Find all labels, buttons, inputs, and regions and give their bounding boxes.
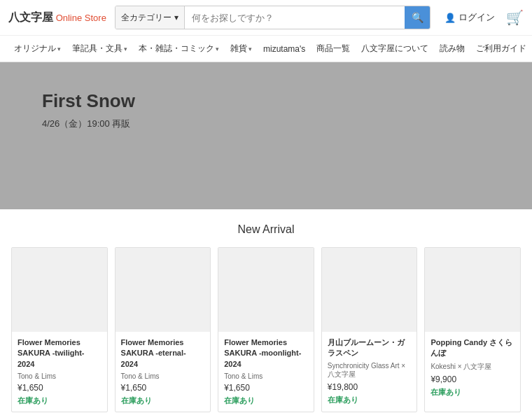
product-stock-1: 在庫あり — [121, 396, 205, 406]
product-card-0[interactable]: Flower Memories SAKURA -twilight- 2024 T… — [11, 247, 108, 412]
product-brand-4: Kokeshi × 八文字屋 — [430, 362, 514, 372]
product-image-3 — [322, 248, 417, 332]
nav-item-reading[interactable]: 読み物 — [434, 36, 470, 62]
product-info-0: Flower Memories SAKURA -twilight- 2024 T… — [12, 332, 107, 412]
chevron-down-icon: ▾ — [124, 46, 127, 52]
product-image-2 — [218, 248, 314, 332]
product-card-1[interactable]: Flower Memories SAKURA -eternal- 2024 To… — [115, 247, 211, 412]
product-price-4: ¥9,900 — [430, 374, 514, 384]
banner-subtitle: 4/26（金）19:00 再販 — [42, 118, 135, 130]
section-title: New Arrival — [8, 223, 524, 236]
nav-item-stationery[interactable]: 筆記具・文具 ▾ — [66, 36, 133, 62]
main-nav: オリジナル ▾ 筆記具・文具 ▾ 本・雑誌・コミック ▾ 雑貨 ▾ mizuta… — [0, 36, 532, 62]
product-name-2: Flower Memories SAKURA -moonlight- 2024 — [224, 337, 308, 370]
header-actions: 👤 ログイン 🛒 — [444, 9, 524, 26]
login-label: ログイン — [458, 11, 495, 24]
product-price-0: ¥1,650 — [18, 383, 102, 393]
product-info-4: Popping Candy さくらんぼ Kokeshi × 八文字屋 ¥9,90… — [425, 332, 520, 403]
products-grid: Flower Memories SAKURA -twilight- 2024 T… — [8, 247, 524, 412]
product-name-3: 月山ブルームーン・ガラスペン — [328, 337, 412, 359]
product-brand-0: Tono & Lims — [18, 372, 102, 380]
product-stock-0: 在庫あり — [18, 396, 102, 406]
product-name-0: Flower Memories SAKURA -twilight- 2024 — [18, 337, 102, 370]
search-button[interactable]: 🔍 — [405, 6, 430, 29]
product-price-1: ¥1,650 — [121, 383, 205, 393]
banner[interactable]: First Snow 4/26（金）19:00 再販 — [0, 62, 532, 209]
chevron-down-icon: ▾ — [248, 46, 252, 52]
product-name-1: Flower Memories SAKURA -eternal- 2024 — [121, 337, 205, 370]
nav-item-guide[interactable]: ご利用ガイド — [470, 36, 532, 62]
product-info-2: Flower Memories SAKURA -moonlight- 2024 … — [218, 332, 314, 412]
product-info-3: 月山ブルームーン・ガラスペン Synchronicity Glass Art ×… — [322, 332, 417, 411]
logo-sub-text: Online Store — [53, 13, 106, 23]
cart-icon[interactable]: 🛒 — [506, 9, 524, 26]
product-brand-2: Tono & Lims — [224, 372, 308, 380]
new-arrival-section: New Arrival Flower Memories SAKURA -twil… — [0, 209, 532, 420]
product-price-3: ¥19,800 — [328, 382, 412, 392]
product-name-4: Popping Candy さくらんぼ — [430, 337, 514, 359]
category-dropdown[interactable]: 全カテゴリー ▾ — [115, 6, 185, 29]
product-stock-2: 在庫あり — [224, 396, 308, 406]
product-card-2[interactable]: Flower Memories SAKURA -moonlight- 2024 … — [218, 247, 314, 412]
nav-item-goods[interactable]: 雑貨 ▾ — [225, 36, 258, 62]
chevron-down-icon: ▾ — [216, 46, 219, 52]
nav-item-products[interactable]: 商品一覧 — [311, 36, 356, 62]
product-brand-3: Synchronicity Glass Art × 八文字屋 — [328, 362, 412, 379]
product-stock-3: 在庫あり — [328, 395, 412, 405]
product-image-0 — [12, 248, 107, 332]
logo-main-text: 八文字屋 — [8, 11, 53, 23]
search-area: 全カテゴリー ▾ 🔍 — [115, 6, 430, 29]
product-stock-4: 在庫あり — [430, 387, 514, 398]
product-image-1 — [115, 248, 211, 332]
product-card-3[interactable]: 月山ブルームーン・ガラスペン Synchronicity Glass Art ×… — [321, 247, 418, 412]
nav-item-about[interactable]: 八文字屋について — [356, 36, 434, 62]
header: 八文字屋 Online Store 全カテゴリー ▾ 🔍 👤 ログイン 🛒 — [0, 0, 532, 36]
nav-item-mizutama[interactable]: mizutama's — [258, 37, 311, 61]
logo: 八文字屋 Online Store — [8, 10, 106, 25]
product-brand-1: Tono & Lims — [121, 372, 205, 380]
search-input[interactable] — [185, 6, 405, 29]
nav-item-original[interactable]: オリジナル ▾ — [8, 36, 66, 62]
nav-item-books[interactable]: 本・雑誌・コミック ▾ — [133, 36, 225, 62]
login-link[interactable]: 👤 ログイン — [444, 11, 495, 24]
search-icon: 🔍 — [412, 12, 424, 23]
product-price-2: ¥1,650 — [224, 383, 308, 393]
product-image-4 — [425, 248, 520, 332]
category-label: 全カテゴリー — [121, 12, 172, 24]
product-info-1: Flower Memories SAKURA -eternal- 2024 To… — [115, 332, 211, 412]
user-icon: 👤 — [444, 13, 456, 23]
product-card-4[interactable]: Popping Candy さくらんぼ Kokeshi × 八文字屋 ¥9,90… — [424, 247, 521, 412]
banner-content: First Snow 4/26（金）19:00 再販 — [42, 90, 135, 130]
chevron-down-icon: ▾ — [174, 13, 178, 22]
banner-title: First Snow — [42, 90, 135, 112]
chevron-down-icon: ▾ — [57, 46, 61, 52]
